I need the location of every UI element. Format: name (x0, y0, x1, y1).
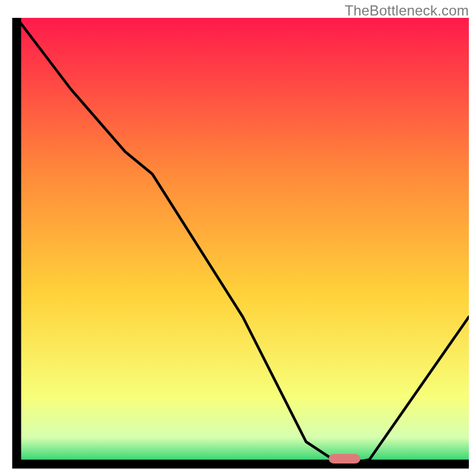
gradient-background (17, 18, 469, 464)
chart-frame: TheBottleneck.com (0, 0, 476, 476)
optimum-marker (328, 454, 360, 464)
bottleneck-chart (0, 0, 476, 476)
watermark-text: TheBottleneck.com (345, 2, 469, 19)
